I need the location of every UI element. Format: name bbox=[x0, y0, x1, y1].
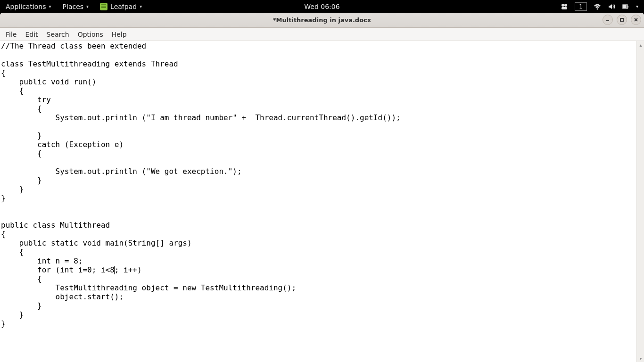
menu-search[interactable]: Search bbox=[43, 30, 73, 39]
menu-options-label: Options bbox=[78, 31, 103, 38]
active-app-label: Leafpad bbox=[110, 3, 137, 10]
window-controls bbox=[603, 15, 641, 25]
applications-label: Applications bbox=[6, 3, 46, 10]
accessibility-icon[interactable] bbox=[561, 3, 568, 10]
desktop-top-panel: Applications ▾ Places ▾ Leafpad ▾ Wed 06… bbox=[0, 0, 644, 13]
svg-rect-5 bbox=[627, 6, 628, 8]
menu-file[interactable]: File bbox=[2, 30, 20, 39]
caret-down-icon: ▾ bbox=[86, 4, 89, 9]
leafpad-app-icon bbox=[100, 3, 107, 10]
panel-right-group: 1 ▾ bbox=[561, 0, 644, 13]
text-editor[interactable]: //The Thread class been extended class T… bbox=[0, 41, 636, 362]
menu-edit-label: Edit bbox=[25, 31, 38, 38]
minimize-button[interactable] bbox=[603, 15, 613, 25]
svg-rect-8 bbox=[620, 18, 623, 21]
network-wifi-icon[interactable] bbox=[594, 3, 601, 10]
caret-down-icon: ▾ bbox=[49, 4, 51, 9]
clock-label: Wed 06:06 bbox=[304, 3, 339, 10]
menu-options[interactable]: Options bbox=[74, 30, 107, 39]
close-button[interactable] bbox=[631, 15, 641, 25]
editor-area: //The Thread class been extended class T… bbox=[0, 41, 644, 362]
battery-icon[interactable] bbox=[622, 3, 629, 10]
svg-point-0 bbox=[561, 4, 564, 7]
editor-text-before-cursor: //The Thread class been extended class T… bbox=[1, 41, 401, 274]
workspace-indicator[interactable]: 1 bbox=[575, 2, 587, 11]
menu-help[interactable]: Help bbox=[108, 30, 131, 39]
volume-icon[interactable] bbox=[608, 3, 615, 10]
active-app-indicator[interactable]: Leafpad ▾ bbox=[100, 3, 142, 10]
menu-search-label: Search bbox=[47, 31, 69, 38]
places-label: Places bbox=[63, 3, 84, 10]
scroll-down-arrow-icon[interactable]: ▾ bbox=[637, 354, 644, 362]
panel-left-group: Applications ▾ Places ▾ Leafpad ▾ bbox=[0, 0, 142, 13]
scroll-up-arrow-icon[interactable]: ▴ bbox=[637, 41, 644, 49]
svg-point-3 bbox=[596, 8, 598, 9]
svg-point-1 bbox=[564, 4, 567, 7]
menu-file-label: File bbox=[6, 31, 17, 38]
maximize-button[interactable] bbox=[617, 15, 627, 25]
leafpad-window: *Multithreading in java.docx File Edit S… bbox=[0, 13, 644, 362]
vertical-scrollbar[interactable]: ▴ ▾ bbox=[636, 41, 644, 362]
workspace-number: 1 bbox=[579, 3, 583, 10]
system-menu-caret-icon[interactable]: ▾ bbox=[636, 4, 638, 9]
window-title: *Multithreading in java.docx bbox=[273, 16, 371, 24]
svg-rect-6 bbox=[623, 5, 627, 8]
menubar: File Edit Search Options Help bbox=[0, 28, 644, 41]
clock[interactable]: Wed 06:06 bbox=[304, 0, 339, 13]
editor-text-after-cursor: ; i++) { TestMultithreading object = new… bbox=[1, 265, 296, 328]
caret-down-icon: ▾ bbox=[140, 4, 142, 9]
svg-rect-2 bbox=[561, 7, 567, 9]
menu-edit[interactable]: Edit bbox=[21, 30, 41, 39]
places-menu[interactable]: Places ▾ bbox=[63, 3, 89, 10]
applications-menu[interactable]: Applications ▾ bbox=[6, 3, 51, 10]
window-titlebar[interactable]: *Multithreading in java.docx bbox=[0, 13, 644, 28]
menu-help-label: Help bbox=[112, 31, 127, 38]
